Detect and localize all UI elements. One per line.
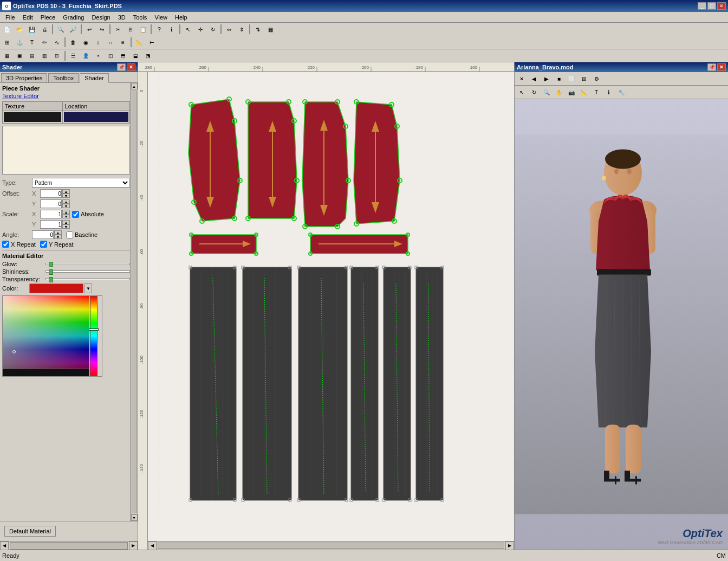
offset-x-input[interactable] [40,189,62,198]
y-repeat-checkbox[interactable] [40,241,47,248]
tab-3d-properties[interactable]: 3D Properties [1,73,47,82]
panel-pin-button[interactable]: 📌 [117,63,126,71]
right-panel-close[interactable]: ✕ [717,63,726,71]
baseline-checkbox[interactable] [66,231,73,238]
pen-button[interactable]: ✏ [38,37,50,48]
help-button[interactable]: ? [153,24,165,35]
default-material-button[interactable]: Default Material [4,526,56,537]
angle-down[interactable]: ▼ [54,235,62,239]
tab-icon-5[interactable]: ⊟ [51,50,63,61]
open-button[interactable]: 📂 [14,24,25,35]
tab-icon-8[interactable]: ▪ [92,50,104,61]
menu-file[interactable]: File [2,13,18,22]
menu-edit[interactable]: Edit [20,13,36,22]
hue-slider[interactable] [90,296,98,376]
offset-y-down[interactable]: ▼ [62,204,70,208]
redo-button[interactable]: ↪ [96,24,108,35]
tab-icon-11[interactable]: ⬓ [129,50,141,61]
3d-canvas[interactable]: OptiTex Next Generation 2D/3D CAD [515,99,728,550]
3d-prev-button[interactable]: ◀ [528,73,540,84]
tab-shader[interactable]: Shader [80,73,108,83]
3d-info-button[interactable]: ℹ [603,87,615,98]
type-select[interactable]: Pattern Solid [32,178,130,188]
texture-editor-link[interactable]: Texture Editor [2,93,130,99]
color-swatch[interactable] [29,283,83,293]
scroll-bar[interactable]: ▲ ▼ [130,83,138,521]
canvas-bottom-scroll[interactable]: ◀ ▶ [148,541,514,550]
3d-back-button[interactable]: ✕ [516,73,528,84]
text-button[interactable]: T [26,37,38,48]
tab-icon-7[interactable]: 👤 [80,50,92,61]
zoom-in-button[interactable]: 🔍 [55,24,67,35]
glow-thumb[interactable] [49,262,53,267]
angle-up[interactable]: ▲ [54,230,62,235]
3d-pan-button[interactable]: ✋ [553,87,565,98]
flip-button[interactable]: ⇕ [236,24,248,35]
color-dropdown-button[interactable]: ▼ [84,283,92,293]
scale-y-up[interactable]: ▲ [62,220,70,224]
maximize-button[interactable]: □ [707,2,716,10]
offset-y-spinner[interactable]: ▲ ▼ [62,199,70,208]
bottom-scrollbar[interactable]: ◀ ▶ [0,541,138,550]
scroll-track[interactable] [10,542,128,550]
texture-row-1[interactable] [3,111,130,124]
scroll-up-button[interactable]: ▲ [131,83,138,89]
tab-icon-10[interactable]: ⬒ [117,50,129,61]
angle-spinner[interactable]: ▲ ▼ [54,230,62,239]
tab-icon-6[interactable]: ☰ [67,50,79,61]
menu-design[interactable]: Design [88,13,113,22]
3d-camera-button[interactable]: 📷 [566,87,577,98]
copy-button[interactable]: ⎘ [125,24,136,35]
undo-button[interactable]: ↩ [83,24,95,35]
tab-icon-2[interactable]: ▣ [14,50,25,61]
canvas-scroll-right[interactable]: ▶ [505,541,514,550]
3d-extra-button[interactable]: 🔧 [615,87,627,98]
new-button[interactable]: 📄 [1,24,13,35]
distribute-button[interactable]: ↔ [105,37,116,48]
canvas-scroll-track[interactable] [158,543,504,549]
offset-x-up[interactable]: ▲ [62,189,70,194]
color-crosshair[interactable] [12,350,16,353]
anchor-button[interactable]: ⚓ [14,37,25,48]
snap-button[interactable]: ⊞ [1,37,13,48]
measure-button[interactable]: 📐 [133,37,145,48]
panel-controls[interactable]: 📌 ✕ [117,63,135,71]
dim-button[interactable]: ⊢ [146,37,158,48]
3d-next-button[interactable]: ⬜ [566,73,577,84]
hue-indicator[interactable] [89,328,99,331]
menu-view[interactable]: View [151,13,171,22]
minimize-button[interactable]: _ [698,2,706,10]
offset-y-up[interactable]: ▲ [62,199,70,204]
tab-icon-3[interactable]: ▤ [26,50,38,61]
3d-rotate-button[interactable]: ↻ [528,87,540,98]
close-button[interactable]: ✕ [717,2,726,10]
3d-stop-button[interactable]: ■ [553,73,565,84]
rotate-button[interactable]: ↻ [207,24,219,35]
texture-cell[interactable] [3,111,63,124]
absolute-checkbox[interactable] [72,211,79,218]
offset-x-down[interactable]: ▼ [62,194,70,198]
paste-button[interactable]: 📋 [137,24,149,35]
glow-slider[interactable] [46,263,130,265]
info-button[interactable]: ℹ [166,24,178,35]
offset-x-spinner[interactable]: ▲ ▼ [62,189,70,198]
align-button[interactable]: ≡ [117,37,129,48]
3d-select-button[interactable]: ↖ [516,87,528,98]
curve-button[interactable]: ∿ [51,37,63,48]
scale-x-input[interactable] [40,210,62,218]
tab-icon-9[interactable]: ◫ [105,50,116,61]
shininess-thumb[interactable] [49,269,53,275]
3d-settings-button[interactable]: ⚙ [590,73,602,84]
scroll-thumb[interactable] [132,91,137,513]
scale-x-up[interactable]: ▲ [62,210,70,214]
location-cell[interactable] [62,111,129,124]
3d-snap-button[interactable]: ⊞ [578,73,590,84]
tab-icon-1[interactable]: ▦ [1,50,13,61]
canvas-scroll-left[interactable]: ◀ [148,541,157,550]
color-picker[interactable] [2,295,102,377]
scale-y-spinner[interactable]: ▲ ▼ [62,220,70,229]
scale-y-down[interactable]: ▼ [62,224,70,229]
menu-3d[interactable]: 3D [115,13,129,22]
select-button[interactable]: ↖ [182,24,194,35]
panel-close-button[interactable]: ✕ [127,63,135,71]
